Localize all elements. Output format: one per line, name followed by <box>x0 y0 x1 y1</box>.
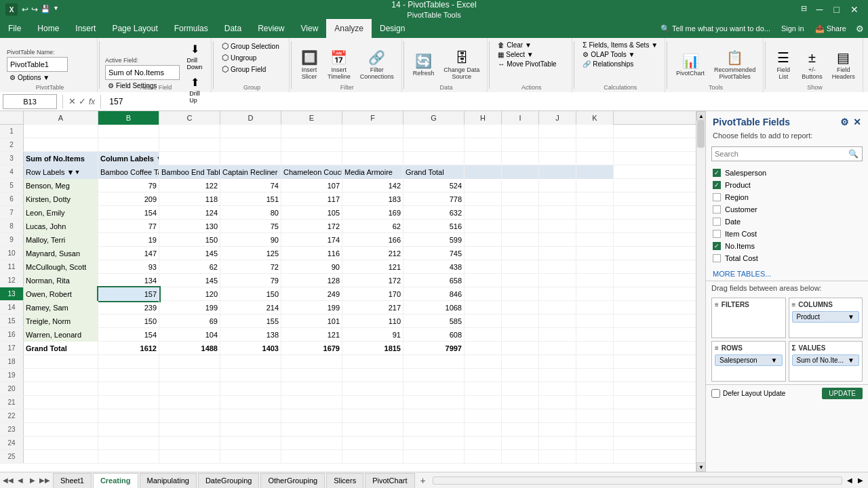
cell[interactable]: 93 <box>98 260 159 274</box>
cell[interactable] <box>576 423 614 436</box>
cell[interactable] <box>576 342 614 355</box>
cell[interactable]: 104 <box>159 328 220 342</box>
pivot-name-input[interactable] <box>7 57 68 72</box>
cell[interactable] <box>539 287 576 301</box>
cell[interactable]: 117 <box>281 192 342 206</box>
close-button[interactable]: ✕ <box>846 4 863 15</box>
cell[interactable]: Sum of No.Items <box>24 152 98 165</box>
cell[interactable] <box>539 301 576 314</box>
row-number[interactable]: 13 <box>0 287 24 300</box>
cell[interactable]: Kirsten, Dotty <box>24 192 98 206</box>
insert-slicer-button[interactable]: 🔲 InsertSlicer <box>297 47 321 83</box>
row-number[interactable]: 4 <box>0 165 24 178</box>
cell[interactable] <box>403 436 465 450</box>
tab-creating[interactable]: Creating <box>93 473 138 488</box>
field-checkbox[interactable]: ✓ <box>713 169 721 177</box>
cell[interactable] <box>220 409 281 423</box>
cell[interactable]: Lucas, John <box>24 220 98 233</box>
cell[interactable] <box>98 396 159 409</box>
cell[interactable]: 632 <box>403 206 465 220</box>
cell[interactable] <box>576 138 614 152</box>
row-number[interactable]: 23 <box>0 423 24 436</box>
cell[interactable]: 172 <box>281 220 342 233</box>
cell[interactable] <box>576 328 614 342</box>
field-item[interactable]: ✓No.Items <box>711 240 863 252</box>
cell[interactable]: 658 <box>403 274 465 287</box>
field-checkbox[interactable]: ✓ <box>713 242 721 250</box>
cell[interactable] <box>539 369 576 382</box>
scrollbar-track[interactable] <box>696 121 705 462</box>
cell[interactable] <box>220 152 281 165</box>
cell[interactable] <box>576 233 614 247</box>
columns-product-arrow[interactable]: ▼ <box>848 313 854 321</box>
cell[interactable] <box>159 138 220 152</box>
cell[interactable] <box>465 165 502 179</box>
cell[interactable] <box>502 247 539 260</box>
cell[interactable]: 778 <box>403 192 465 206</box>
cell[interactable]: Column Labels ▼ ▼ <box>98 152 159 165</box>
pivot-search[interactable]: 🔍 <box>711 146 863 161</box>
cell[interactable] <box>342 436 403 450</box>
name-box[interactable] <box>3 94 57 109</box>
cell[interactable] <box>539 247 576 260</box>
cell[interactable] <box>159 450 220 464</box>
cell[interactable] <box>465 328 502 342</box>
cell[interactable] <box>465 152 502 165</box>
col-header-f[interactable]: F <box>342 111 403 125</box>
col-header-i[interactable]: I <box>502 111 539 125</box>
cell[interactable] <box>502 328 539 342</box>
tab-analyze[interactable]: Analyze <box>326 19 372 38</box>
cell[interactable] <box>403 450 465 464</box>
cell[interactable]: 599 <box>403 233 465 247</box>
cell[interactable] <box>98 369 159 382</box>
cell[interactable] <box>465 423 502 436</box>
cell[interactable] <box>159 152 220 165</box>
cell[interactable] <box>220 382 281 396</box>
cell[interactable] <box>24 409 98 423</box>
cell[interactable] <box>502 355 539 369</box>
cell[interactable] <box>576 260 614 274</box>
cell[interactable] <box>539 192 576 206</box>
cell[interactable] <box>281 396 342 409</box>
field-buttons-button[interactable]: ± +/-Buttons <box>798 48 826 83</box>
cell[interactable] <box>539 328 576 342</box>
cell[interactable]: 19 <box>98 233 159 247</box>
tab-pivot-chart[interactable]: PivotChart <box>365 473 414 488</box>
select-button[interactable]: ▦ Select ▼ <box>495 50 536 59</box>
cell[interactable] <box>502 179 539 192</box>
cell[interactable] <box>98 409 159 423</box>
cell[interactable]: Malloy, Terri <box>24 233 98 247</box>
cell[interactable] <box>220 396 281 409</box>
cell[interactable]: 174 <box>281 233 342 247</box>
cell[interactable] <box>24 355 98 369</box>
cell[interactable] <box>281 450 342 464</box>
cell[interactable] <box>539 125 576 138</box>
cell[interactable] <box>465 396 502 409</box>
field-checkbox[interactable] <box>713 205 721 214</box>
cell[interactable] <box>539 423 576 436</box>
cell[interactable] <box>465 206 502 220</box>
cell[interactable] <box>465 409 502 423</box>
cell[interactable]: Maynard, Susan <box>24 247 98 260</box>
col-header-k[interactable]: K <box>576 111 614 125</box>
share-button[interactable]: 📤 Share <box>810 19 852 38</box>
cell[interactable] <box>502 220 539 233</box>
cell[interactable]: 120 <box>159 287 220 301</box>
cell[interactable] <box>281 369 342 382</box>
cell[interactable] <box>539 152 576 165</box>
columns-product-item[interactable]: Product ▼ <box>792 311 860 323</box>
scroll-up-button[interactable]: ▲ <box>696 111 706 121</box>
tab-sheet1[interactable]: Sheet1 <box>53 473 92 488</box>
sheet-nav-first[interactable]: ◀◀ <box>3 475 14 486</box>
cell[interactable] <box>576 165 614 179</box>
cell[interactable]: 121 <box>342 260 403 274</box>
quick-access-more[interactable]: ▼ <box>53 5 59 14</box>
col-header-b[interactable]: B <box>98 111 159 125</box>
cell[interactable] <box>403 125 465 138</box>
refresh-button[interactable]: 🔄 Refresh <box>410 51 438 79</box>
cell[interactable] <box>502 192 539 206</box>
cell[interactable] <box>502 450 539 464</box>
cell[interactable]: 62 <box>342 220 403 233</box>
field-item[interactable]: ✓Salesperson <box>711 167 863 179</box>
cell[interactable]: 128 <box>281 274 342 287</box>
